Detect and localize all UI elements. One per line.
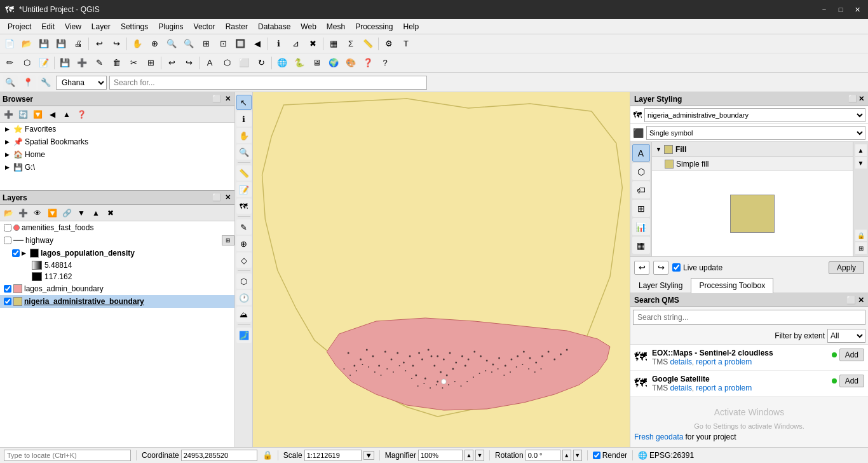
new-project-btn[interactable]: 📄 <box>1 36 18 52</box>
minimize-button[interactable]: − <box>818 4 830 15</box>
zoom-layer-btn[interactable]: ⊡ <box>215 36 231 52</box>
rotation-up-btn[interactable]: ▲ <box>562 450 571 461</box>
menu-vector[interactable]: Vector <box>189 21 220 32</box>
annotation-tool-btn[interactable]: 📝 <box>236 182 252 197</box>
menu-web[interactable]: Web <box>295 21 321 32</box>
filter-extent-select[interactable]: All Extent <box>827 329 865 343</box>
style-mgr-btn[interactable]: 🎨 <box>342 55 359 71</box>
menu-project[interactable]: Project <box>3 21 36 32</box>
menu-settings[interactable]: Settings <box>116 21 153 32</box>
background-btn[interactable]: ⬜ <box>236 55 252 71</box>
menu-layer[interactable]: Layer <box>86 21 116 32</box>
rotation-input[interactable] <box>526 450 560 461</box>
print-btn[interactable]: 🖨 <box>70 36 86 52</box>
browser-float-btn[interactable]: ⬜ <box>211 95 222 103</box>
layers-add-group-btn[interactable]: ➕ <box>16 207 30 219</box>
layer-checkbox-highway[interactable] <box>4 237 11 244</box>
select-btn[interactable]: ⊿ <box>287 36 304 52</box>
layer-item-amenities[interactable]: amenities_fast_foods <box>0 221 234 234</box>
layers-remove-btn[interactable]: ✖ <box>104 207 118 219</box>
pan-map-btn[interactable]: ⊕ <box>146 36 163 52</box>
browser-help-btn[interactable]: ❓ <box>74 108 88 121</box>
move-down-btn[interactable]: ▼ <box>855 157 867 169</box>
layers-collapse-btn[interactable]: ▲ <box>89 207 103 219</box>
locator-search-input[interactable] <box>109 76 427 90</box>
browser-favorites[interactable]: ▶ ⭐ Favorites <box>0 123 234 135</box>
layer-checkbox-nigeria[interactable] <box>4 298 11 305</box>
layer-checkbox-lagos-admin[interactable] <box>4 285 11 293</box>
add-plugins-btn[interactable]: ⚙ <box>381 36 397 52</box>
color-swatch[interactable] <box>730 195 775 233</box>
save-as-btn[interactable]: 💾 <box>53 36 69 52</box>
styling-float-btn[interactable]: ⬜ <box>848 95 857 103</box>
eox-add-btn[interactable]: Add <box>839 349 864 361</box>
map-area[interactable] <box>253 92 630 447</box>
scale-dropdown-btn[interactable]: ▼ <box>363 451 374 460</box>
eox-report-link[interactable]: report a problem <box>696 357 752 366</box>
epsg-item[interactable]: 🌐 EPSG:26391 <box>638 451 694 460</box>
layers-link-btn[interactable]: 🔗 <box>60 207 74 219</box>
locator-tools-btn[interactable]: 🔧 <box>38 75 53 90</box>
menu-raster[interactable]: Raster <box>220 21 253 32</box>
layers-filter-btn[interactable]: 🔽 <box>45 207 59 219</box>
layers-open-btn[interactable]: 📂 <box>1 207 15 219</box>
browser-btn[interactable]: 🌍 <box>325 55 342 71</box>
3d-view-btn[interactable]: ⬡ <box>236 273 252 289</box>
menu-processing[interactable]: Processing <box>350 21 398 32</box>
qms-float-btn[interactable]: ⬜ <box>846 296 856 305</box>
digitize-btn[interactable]: ✏ <box>1 55 18 71</box>
layer-item-lagos-admin[interactable]: lagos_admin_boundary <box>0 282 234 295</box>
move-up-btn[interactable]: ▲ <box>855 144 867 156</box>
online-resource-btn[interactable]: 🌐 <box>274 55 290 71</box>
style-diagram-btn[interactable]: 📊 <box>632 218 650 235</box>
color-preview-area[interactable] <box>652 171 853 256</box>
edit-feature-btn[interactable]: ✎ <box>91 55 107 71</box>
help-contents-btn[interactable]: ❓ <box>360 55 376 71</box>
browser-add-btn[interactable]: ➕ <box>1 108 15 121</box>
select-tool-btn[interactable]: ↖ <box>236 95 252 110</box>
apply-button[interactable]: Apply <box>829 261 864 274</box>
node-tool-btn[interactable]: ⬡ <box>18 55 35 71</box>
duplicate-btn[interactable]: ⊞ <box>855 242 867 254</box>
zoom-selection-btn[interactable]: 🔲 <box>232 36 248 52</box>
layers-expand-btn[interactable]: ▼ <box>74 207 88 219</box>
browser-filter-btn[interactable]: 🔽 <box>31 108 44 121</box>
statistics-btn[interactable]: Σ <box>342 36 359 52</box>
context-help-btn[interactable]: ? <box>377 55 393 71</box>
layer-item-lagos-pop[interactable]: ▶ lagos_population_density <box>0 247 234 259</box>
locator-search-btn[interactable]: 🔍 <box>3 75 18 90</box>
python-btn[interactable]: 🐍 <box>291 55 308 71</box>
browser-collapse-btn[interactable]: ◀ <box>45 108 59 121</box>
open-table-btn[interactable]: ▦ <box>325 36 342 52</box>
route-tool-btn[interactable]: 🗺 <box>236 198 252 214</box>
temporal-btn[interactable]: 🕐 <box>236 290 252 305</box>
render-checkbox[interactable] <box>593 452 600 459</box>
layer-item-highway[interactable]: highway ⊞ <box>0 234 234 247</box>
snap-btn[interactable]: ⊕ <box>236 236 252 251</box>
symbol-type-select[interactable]: Single symbol Categorized Graduated <box>646 126 865 140</box>
deselect-btn[interactable]: ✖ <box>304 36 321 52</box>
zoom-tool-btn[interactable]: 🔍 <box>236 144 252 160</box>
layers-close-btn[interactable]: ✕ <box>224 193 232 202</box>
locator-country-select[interactable]: Ghana Nigeria <box>56 76 107 90</box>
delete-feature-btn[interactable]: 🗑 <box>108 55 125 71</box>
simple-fill-row[interactable]: Simple fill <box>652 157 853 171</box>
style-undo-btn[interactable]: ↩ <box>634 261 649 275</box>
zoom-prev-btn[interactable]: ◀ <box>249 36 266 52</box>
browser-up-btn[interactable]: ▲ <box>60 108 74 121</box>
style-mask-btn[interactable]: ⊞ <box>632 200 650 217</box>
maximize-button[interactable]: □ <box>835 4 846 15</box>
locator-bar-input[interactable] <box>4 450 131 461</box>
redo-edits-btn[interactable]: ↪ <box>180 55 197 71</box>
vertex-btn[interactable]: ◇ <box>236 252 252 268</box>
styling-close-btn[interactable]: ✕ <box>858 95 864 103</box>
add-feature-btn[interactable]: ➕ <box>74 55 90 71</box>
menu-help[interactable]: Help <box>398 21 424 32</box>
lock-btn[interactable]: 🔒 <box>855 230 867 241</box>
zoom-out-btn[interactable]: 🔍 <box>180 36 197 52</box>
label-toolbar-btn[interactable]: A <box>201 55 218 71</box>
zoom-full-btn[interactable]: ⊞ <box>198 36 214 52</box>
elevation-btn[interactable]: ⛰ <box>236 307 252 322</box>
coordinate-input[interactable] <box>181 450 257 461</box>
rotation-down-btn[interactable]: ▼ <box>573 450 582 461</box>
